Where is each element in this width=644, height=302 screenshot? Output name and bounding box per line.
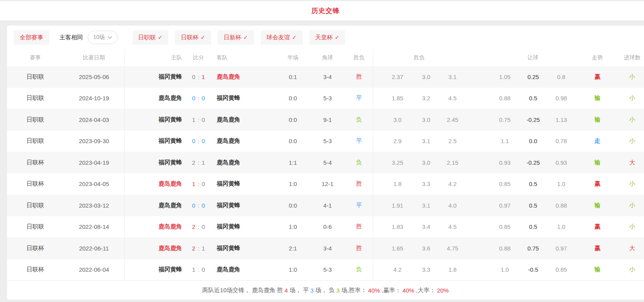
header-goals: 进球数 [620,54,644,61]
cell-handicap-line: 0.25 [518,74,548,80]
filter-league-button[interactable]: 天皇杯 ✓ [309,30,346,45]
cell-odds-draw: 3.0 [413,159,440,166]
cell-away-team: 鹿岛鹿角 [215,73,276,81]
cell-handicap-away: 0.97 [548,245,574,252]
filter-league-label: 天皇杯 [315,34,333,41]
summary-part: 40% [403,287,414,294]
away-goals: 0 [202,95,205,101]
cell-trend: 赢 [574,180,620,188]
check-icon: ✓ [201,34,205,41]
header-half: 半场 [276,54,310,61]
cell-trend: 赢 [574,245,620,252]
cell-handicap-away: 0.98 [548,95,574,101]
table-row: 日联杯 2023-04-05 鹿岛鹿角 1:0 福冈黄蜂 1:0 12-1 胜 … [7,173,644,195]
cell-trend: 输 [574,116,620,123]
summary-part: ,赢率： [380,287,403,294]
page-title: 历史交锋 [311,6,340,15]
home-goals: 2 [192,223,195,230]
score-colon: : [195,202,202,209]
cell-odds-home: 2.37 [373,74,413,80]
cell-date: 2025-05-06 [64,74,124,80]
page-header: 历史交锋 [0,1,644,20]
cell-date: 2023-09-30 [64,138,124,144]
home-goals: 0 [192,202,195,209]
cell-home-team: 鹿岛鹿角 [124,202,182,209]
cell-score: 0:1 [182,74,215,80]
filter-league-label: 日职联 [138,34,156,41]
cell-odds-home: 1.85 [373,95,413,101]
cell-result: 平 [345,137,373,145]
cell-handicap-away: 0.8 [548,74,574,80]
table-row: 日职联 2025-05-06 福冈黄蜂 0:1 鹿岛鹿角 0:1 3-4 胜 2… [7,66,644,88]
cell-date: 2022-08-14 [64,223,124,230]
home-goals: 1 [192,266,195,273]
cell-handicap-line: 0.5 [518,223,548,230]
filter-league-button[interactable]: 日联杯 ✓ [175,30,211,45]
cell-home-team: 福冈黄蜂 [124,266,182,273]
score-colon: : [195,95,202,101]
filter-all-events-button[interactable]: 全部赛事 [14,30,49,45]
cell-corners: 9-1 [310,116,345,123]
match-count-select[interactable]: 10场 [88,31,118,44]
cell-odds-draw: 3.1 [413,138,440,144]
h2h-table: 赛事 比赛日期 主队 比分 客队 半场 角球 胜负 胜负 让球 走势 进球数 日… [7,49,644,280]
cell-league: 日职联 [7,116,64,123]
cell-handicap-away: 0.78 [548,138,574,144]
cell-home-team: 福冈黄蜂 [124,137,182,145]
header-home: 主队 [124,54,182,61]
away-goals: 0 [202,223,205,230]
cell-half-time: 0:0 [276,95,310,101]
summary-part: 3 [311,287,314,294]
cell-trend: 赢 [574,223,620,230]
header-date: 比赛日期 [64,54,124,61]
table-row: 日职联 2023-03-12 鹿岛鹿角 0:0 福冈黄蜂 0:0 4-1 平 1… [7,195,644,216]
cell-date: 2024-04-03 [64,116,124,123]
table-row: 日联杯 2022-06-04 福冈黄蜂 1:0 鹿岛鹿角 1:0 5-3 负 4… [7,259,644,281]
cell-half-time: 1:0 [276,223,310,230]
table-row: 日联杯 2022-06-11 鹿岛鹿角 2:1 福冈黄蜂 2:1 3-4 胜 1… [7,238,644,259]
table-row: 日职联 2024-04-03 福冈黄蜂 1:0 鹿岛鹿角 0:0 9-1 负 3… [7,109,644,131]
cell-odds-draw: 3.1 [413,202,440,209]
cell-league: 日职联 [7,202,64,209]
filter-league-button[interactable]: 日职联 ✓ [132,30,169,45]
cell-half-time: 0:1 [276,74,310,80]
summary-part: 两队近10场交锋， 鹿岛鹿角 胜 [202,287,285,294]
cell-league: 日联杯 [7,245,64,252]
header-away: 客队 [215,54,276,61]
cell-away-team: 福冈黄蜂 [215,223,276,230]
score-colon: : [195,159,202,166]
score-colon: : [195,116,202,123]
score-colon: : [195,180,202,187]
column-divider [373,49,373,280]
cell-odds-home: 3.25 [373,159,413,166]
cell-corners: 3-4 [310,74,345,80]
cell-date: 2022-06-04 [64,266,124,273]
cell-away-team: 福冈黄蜂 [215,202,276,209]
summary-part: 场， 平 [288,287,311,294]
cell-date: 2023-04-19 [64,159,124,166]
cell-score: 0:0 [182,95,215,101]
summary-part: 3 [336,287,339,294]
cell-handicap-away: 0.85 [548,266,574,273]
cell-handicap-away: 1.13 [548,116,574,123]
cell-home-team: 福冈黄蜂 [124,116,182,123]
cell-odds-away: 1.8 [440,266,466,273]
score-colon: : [195,266,202,273]
summary-part: 40% [368,287,380,294]
summary-part: ,大率： [414,287,437,294]
cell-result: 负 [345,116,373,123]
cell-odds-away: 2.15 [440,159,466,166]
h2h-summary: 两队近10场交锋， 鹿岛鹿角 胜 4 场， 平 3 场， 负 3 场,胜率： 4… [7,280,644,300]
header-league: 赛事 [7,54,64,61]
league-filter-group: 日职联 ✓ 日联杯 ✓ 日新杯 ✓ 球会友谊 ✓ 天皇杯 ✓ [126,30,346,45]
cell-away-team: 鹿岛鹿角 [215,159,276,166]
cell-result: 胜 [345,223,373,230]
cell-league: 日联杯 [7,266,64,273]
filter-league-button[interactable]: 日新杯 ✓ [218,30,254,45]
cell-league: 日职联 [7,73,64,81]
cell-odds-away: 4.5 [440,95,466,101]
cell-odds-away: 4.2 [440,180,466,187]
filter-league-button[interactable]: 球会友谊 ✓ [261,30,303,45]
cell-score: 2:1 [182,245,215,252]
cell-league: 日联杯 [7,159,64,166]
